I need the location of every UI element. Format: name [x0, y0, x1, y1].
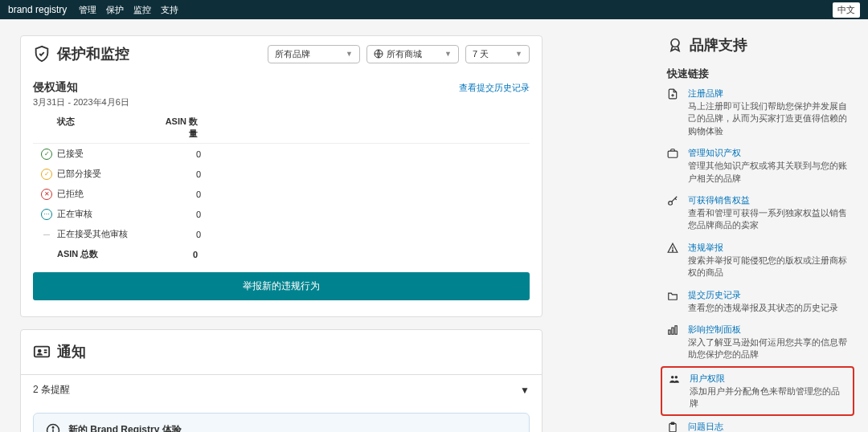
table-row: ⋯ 正在审核 0	[33, 204, 530, 224]
brand-logo: brand registry	[8, 4, 67, 15]
info-icon	[46, 423, 60, 432]
svg-point-2	[38, 349, 42, 353]
quick-link-item: 违规举报 搜索并举报可能侵犯您的版权或注册商标权的商品	[667, 242, 848, 289]
quick-link-item: 注册品牌 马上注册即可让我们帮助您保护并发展自己的品牌，从而为买家打造更值得信赖…	[667, 88, 848, 147]
award-icon	[667, 37, 683, 53]
protection-card: 保护和监控 所有品牌 ▼ 所有商城 ▼ 7 天 ▼	[20, 35, 542, 317]
svg-point-14	[672, 251, 673, 251]
info-banner: 新的 Brand Registry 体验 主页经过重新设计，提供了各种功能，可以…	[33, 413, 530, 432]
quick-link-desc: 搜索并举报可能侵犯您的版权或注册商标权的商品	[688, 255, 848, 279]
table-row: ✓ 已部分接受 0	[33, 164, 530, 184]
protection-title: 保护和监控	[57, 44, 129, 63]
chevron-down-icon: ▼	[444, 50, 452, 58]
table-row-total: ASIN 总数 0	[57, 244, 530, 264]
quick-link-desc: 添加用户并分配角色来帮助管理您的品牌	[690, 385, 846, 410]
side-title: 品牌支持	[690, 35, 747, 55]
top-nav: brand registry 管理 保护 监控 支持 中文	[0, 0, 868, 19]
status-icon: ✓	[41, 149, 52, 160]
table-header: 状态 ASIN 数量	[33, 112, 530, 144]
svg-rect-15	[669, 330, 670, 334]
svg-rect-11	[668, 151, 678, 157]
quick-link-title[interactable]: 问题日志	[688, 421, 848, 432]
notifications-card: 通知 2 条提醒 ▼ 新的 Brand Registry 体验 主页经过重新设计…	[20, 329, 542, 432]
brand-filter[interactable]: 所有品牌 ▼	[268, 45, 360, 63]
quick-link-item: 管理知识产权 管理其他知识产权或将其关联到与您的账户相关的品牌	[667, 147, 848, 194]
quick-link-title[interactable]: 影响控制面板	[688, 324, 848, 336]
chart-icon	[667, 324, 680, 361]
history-link[interactable]: 查看提交历史记录	[459, 82, 530, 94]
days-filter[interactable]: 7 天 ▼	[465, 45, 530, 63]
quick-links-title: 快速链接	[667, 67, 848, 81]
status-label: 正在审核	[57, 208, 165, 220]
chevron-down-icon: ▼	[520, 385, 530, 396]
quick-link-desc: 查看和管理可获得一系列独家权益以销售您品牌商品的卖家	[688, 207, 848, 232]
table-row: ✕ 已拒绝 0	[33, 184, 530, 204]
status-count: 0	[165, 169, 201, 179]
quick-link-desc: 深入了解亚马逊如何运用您共享的信息帮助您保护您的品牌	[688, 336, 848, 361]
svg-point-8	[671, 39, 679, 47]
violations-title: 侵权通知	[33, 80, 78, 95]
globe-icon	[374, 49, 383, 59]
quick-link-title[interactable]: 可获得销售权益	[688, 194, 848, 206]
id-card-icon	[33, 343, 51, 361]
svg-point-19	[675, 376, 678, 379]
chevron-down-icon: ▼	[346, 50, 353, 58]
status-icon: ✕	[41, 189, 52, 200]
tips-count: 2 条提醒	[33, 383, 70, 397]
quick-link-title[interactable]: 违规举报	[688, 242, 848, 254]
clipboard-icon	[667, 421, 680, 432]
users-icon	[669, 373, 682, 410]
quick-link-item: 问题日志 搜索、查看和询问有关您现有申请状态或先前的申请决定的问题	[667, 421, 848, 432]
chevron-down-icon: ▼	[515, 50, 522, 58]
svg-rect-16	[672, 328, 674, 334]
status-label: 已拒绝	[57, 188, 165, 200]
file-plus-icon	[667, 88, 680, 137]
quick-link-title[interactable]: 提交历史记录	[688, 289, 838, 301]
status-icon: ✓	[41, 169, 52, 180]
folder-icon	[667, 289, 680, 314]
tips-toggle[interactable]: 2 条提醒 ▼	[21, 374, 542, 405]
nav-manage[interactable]: 管理	[79, 4, 96, 16]
nav-support[interactable]: 支持	[161, 4, 178, 16]
warning-icon	[667, 242, 680, 279]
notifications-title: 通知	[57, 342, 86, 361]
svg-point-7	[52, 427, 54, 429]
key-icon	[667, 194, 680, 232]
status-icon: —	[41, 229, 52, 240]
status-label: 已部分接受	[57, 168, 165, 180]
banner-title: 新的 Brand Registry 体验	[68, 423, 517, 432]
quick-link-title[interactable]: 管理知识产权	[688, 147, 848, 159]
status-icon: ⋯	[41, 209, 52, 220]
quick-link-desc: 管理其他知识产权或将其关联到与您的账户相关的品牌	[688, 160, 848, 185]
nav-monitor[interactable]: 监控	[133, 4, 151, 16]
quick-link-item: 提交历史记录 查看您的违规举报及其状态的历史记录	[667, 289, 848, 324]
briefcase-icon	[667, 147, 680, 185]
status-count: 0	[165, 190, 201, 199]
language-selector[interactable]: 中文	[833, 2, 860, 18]
date-range: 3月31日 - 2023年4月6日	[33, 96, 530, 108]
status-count: 0	[165, 230, 201, 239]
svg-point-18	[671, 376, 674, 379]
table-row: — 正在接受其他审核 0	[33, 224, 530, 244]
report-violation-button[interactable]: 举报新的违规行为	[33, 272, 530, 300]
nav-protect[interactable]: 保护	[106, 4, 124, 16]
table-row: ✓ 已接受 0	[33, 144, 530, 164]
quick-link-item: 用户权限 添加用户并分配角色来帮助管理您的品牌	[661, 366, 854, 417]
marketplace-filter[interactable]: 所有商城 ▼	[366, 45, 459, 63]
shield-icon	[33, 45, 51, 63]
status-count: 0	[165, 149, 201, 159]
quick-link-title[interactable]: 注册品牌	[688, 88, 848, 100]
quick-link-desc: 查看您的违规举报及其状态的历史记录	[688, 302, 838, 314]
svg-rect-17	[675, 326, 677, 335]
svg-rect-21	[671, 423, 674, 425]
svg-point-12	[669, 202, 673, 206]
quick-link-item: 可获得销售权益 查看和管理可获得一系列独家权益以销售您品牌商品的卖家	[667, 194, 848, 242]
top-menu: 管理 保护 监控 支持	[79, 4, 178, 16]
status-label: 已接受	[57, 148, 165, 160]
status-count: 0	[165, 210, 201, 219]
brand-support-panel: 品牌支持 快速链接 注册品牌 马上注册即可让我们帮助您保护并发展自己的品牌，从而…	[667, 35, 848, 432]
quick-link-desc: 马上注册即可让我们帮助您保护并发展自己的品牌，从而为买家打造更值得信赖的购物体验	[688, 100, 848, 137]
quick-link-title[interactable]: 用户权限	[690, 373, 846, 385]
quick-link-item: 影响控制面板 深入了解亚马逊如何运用您共享的信息帮助您保护您的品牌	[667, 324, 848, 371]
status-label: 正在接受其他审核	[57, 228, 165, 240]
